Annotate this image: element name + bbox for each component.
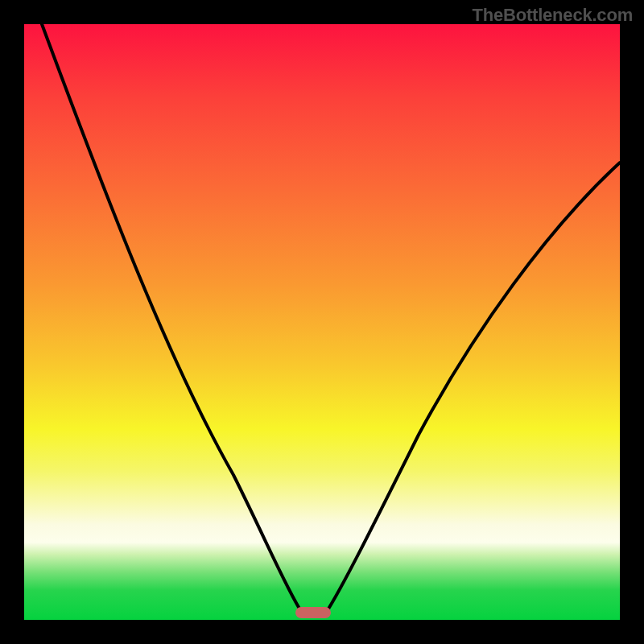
curve-layer (24, 24, 620, 620)
bottleneck-curve-right (326, 163, 620, 613)
plot-area (24, 24, 620, 620)
bottleneck-marker (295, 607, 331, 618)
chart-frame: TheBottleneck.com (0, 0, 644, 644)
bottleneck-curve-left (42, 24, 302, 613)
watermark-text: TheBottleneck.com (472, 5, 633, 26)
